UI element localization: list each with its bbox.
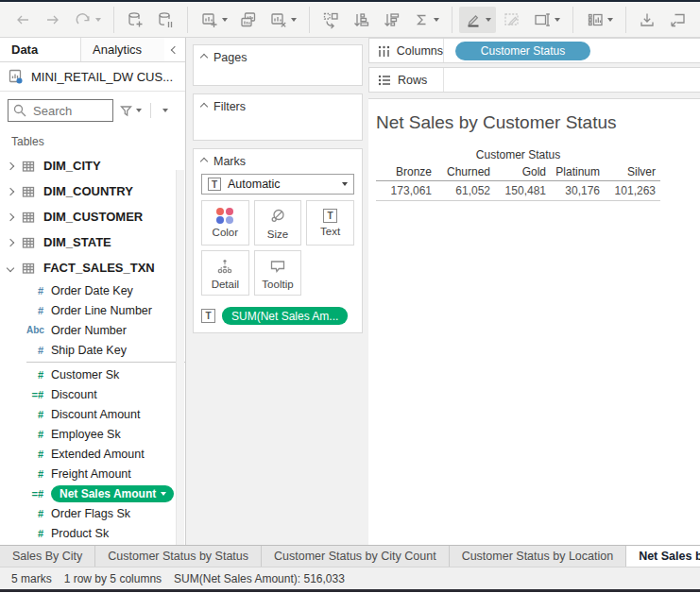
data-panel-scrollbar[interactable]: [176, 170, 184, 545]
table-item[interactable]: DIM_STATE: [0, 229, 185, 255]
tooltip-button[interactable]: Tooltip: [254, 250, 302, 296]
field-item[interactable]: # Customer Sk: [0, 364, 185, 384]
highlight-button[interactable]: [459, 7, 496, 33]
columns-pill[interactable]: Customer Status: [455, 42, 590, 60]
filters-card-header[interactable]: Filters: [194, 94, 362, 117]
field-item[interactable]: # Order Line Number: [0, 300, 185, 320]
sort-ascending-button[interactable]: [347, 7, 375, 33]
table-item[interactable]: DIM_CUSTOMER: [0, 204, 185, 229]
column-header[interactable]: Bronze: [376, 164, 436, 181]
totals-button[interactable]: [407, 7, 444, 33]
chevron-right-icon[interactable]: [7, 161, 14, 169]
table-name: DIM_CITY: [43, 159, 101, 173]
mark-type-value: Automatic: [228, 178, 333, 191]
field-item[interactable]: # Freight Amount: [0, 464, 185, 483]
sheet-tab[interactable]: Customer Status by Location: [450, 546, 627, 567]
marks-label: Marks: [213, 155, 246, 168]
search-input[interactable]: [31, 103, 107, 119]
replay-button[interactable]: [69, 7, 106, 33]
field-item[interactable]: # Discount Amount: [0, 404, 185, 424]
number-icon: #: [26, 449, 51, 460]
clear-sheet-button[interactable]: [265, 7, 301, 33]
field-name: Extended Amount: [51, 448, 145, 461]
field-item[interactable]: # Order Date Key: [0, 280, 185, 300]
chevron-down-icon[interactable]: [7, 263, 14, 271]
selected-field-pill[interactable]: Net Sales Amount: [51, 485, 174, 502]
table-item[interactable]: FACT_SALES_TXN: [0, 255, 185, 280]
search-box[interactable]: [8, 99, 113, 122]
collapse-chevron-icon[interactable]: [200, 158, 208, 165]
table-icon: [21, 235, 36, 250]
field-name: Order Flags Sk: [51, 507, 130, 520]
data-pane-menu-button[interactable]: [158, 107, 170, 114]
value-cell[interactable]: 101,263: [605, 181, 660, 201]
collapse-chevron-icon[interactable]: [200, 54, 208, 61]
worksheet-canvas[interactable]: Net Sales by Customer Status Customer St…: [368, 98, 700, 545]
pause-auto-updates-button[interactable]: [151, 7, 179, 33]
columns-shelf[interactable]: Columns Customer Status: [368, 38, 700, 63]
column-header[interactable]: Silver: [605, 164, 660, 181]
field-item[interactable]: Abc Order Number: [0, 320, 185, 340]
table-item[interactable]: DIM_CITY: [0, 153, 185, 178]
field-name: Order Line Number: [51, 304, 152, 317]
tab-analytics[interactable]: Analytics: [81, 38, 164, 61]
tab-data[interactable]: Data: [0, 38, 81, 61]
redo-button[interactable]: [39, 7, 67, 33]
show-hide-cards-button[interactable]: [581, 7, 618, 33]
sheet-tab[interactable]: Customer Status by City Count: [262, 546, 450, 567]
cell-size-button[interactable]: [528, 7, 565, 33]
sheet-title[interactable]: Net Sales by Customer Status: [376, 112, 700, 133]
chevron-right-icon[interactable]: [7, 212, 14, 220]
chevron-right-icon[interactable]: [7, 187, 14, 195]
pill-caret-icon[interactable]: [161, 492, 166, 496]
column-header[interactable]: Platinum: [551, 164, 605, 181]
column-header[interactable]: Churned: [436, 164, 495, 181]
text-encoding-icon[interactable]: [201, 309, 215, 323]
detail-button[interactable]: Detail: [201, 250, 249, 296]
download-button[interactable]: [633, 7, 661, 33]
column-header[interactable]: Gold: [495, 164, 551, 181]
value-cell[interactable]: 173,061: [376, 181, 436, 201]
add-data-source-button[interactable]: [121, 7, 149, 33]
collapse-chevron-icon[interactable]: [200, 103, 208, 110]
field-item[interactable]: # Employee Sk: [0, 424, 185, 444]
field-item[interactable]: # Product Sk: [0, 523, 185, 543]
undo-icon: [13, 10, 32, 29]
annotate-icon: [503, 10, 521, 29]
field-item-selected[interactable]: =# Net Sales Amount: [0, 483, 185, 503]
pages-card-header[interactable]: Pages: [194, 45, 362, 68]
cell-size-icon: [533, 10, 552, 29]
annotate-button[interactable]: [498, 7, 526, 33]
text-mark-icon: [208, 178, 221, 191]
collapse-panel-button[interactable]: [164, 38, 185, 61]
sheet-tab[interactable]: Sales By City: [0, 546, 95, 567]
size-button[interactable]: Size: [254, 200, 302, 246]
field-item[interactable]: # Extended Amount: [0, 444, 185, 464]
presentation-mode-button[interactable]: [663, 7, 691, 33]
value-cell[interactable]: 30,176: [551, 181, 605, 201]
rows-shelf[interactable]: Rows: [368, 67, 700, 93]
chevron-right-icon[interactable]: [7, 238, 14, 246]
field-name: Order Number: [51, 324, 127, 337]
encoding-pill[interactable]: SUM(Net Sales Am...: [222, 307, 348, 325]
field-item[interactable]: =# Discount: [0, 384, 185, 404]
swap-rows-columns-button[interactable]: [316, 7, 345, 33]
text-button[interactable]: Text: [306, 200, 354, 246]
sheet-tab[interactable]: Customer Status by Status: [95, 546, 262, 567]
value-cell[interactable]: 150,481: [495, 181, 551, 201]
undo-button[interactable]: [9, 7, 37, 33]
marks-card-header[interactable]: Marks: [194, 149, 362, 172]
duplicate-sheet-button[interactable]: [234, 7, 263, 33]
datasource-item[interactable]: MINI_RETAIL_DW CUS...: [0, 62, 185, 92]
new-worksheet-button[interactable]: [196, 7, 232, 33]
mark-type-dropdown[interactable]: Automatic: [201, 174, 354, 195]
sheet-tab-active[interactable]: Net Sales by Customer Status: [626, 546, 700, 567]
field-item[interactable]: # Ship Date Key: [0, 340, 185, 360]
sort-descending-button[interactable]: [377, 7, 405, 33]
dimension-header[interactable]: Customer Status: [376, 147, 660, 164]
table-item[interactable]: DIM_COUNTRY: [0, 178, 185, 204]
filter-fields-button[interactable]: [117, 102, 144, 120]
value-cell[interactable]: 61,052: [436, 181, 495, 201]
color-button[interactable]: Color: [201, 200, 249, 246]
field-item[interactable]: # Order Flags Sk: [0, 503, 185, 523]
